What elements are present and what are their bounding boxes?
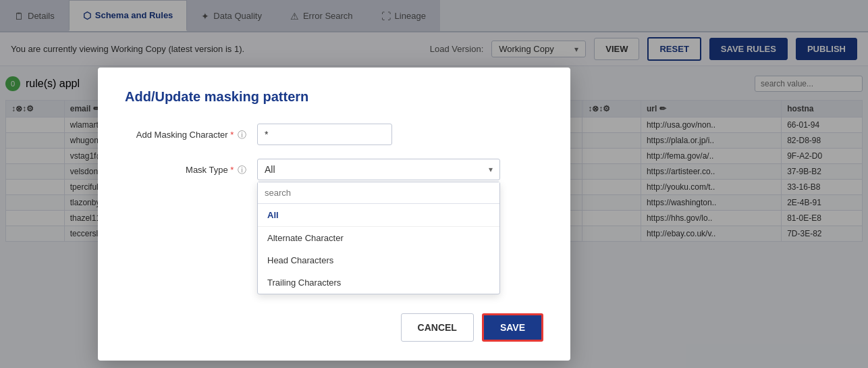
modal-actions: CANCEL SAVE	[125, 313, 543, 342]
masking-char-label: Add Masking Character * ⓘ	[125, 124, 246, 141]
required-star: *	[230, 130, 234, 140]
mask-type-dropdown-container: All ▾ All Alternate Character Head Chara…	[257, 159, 500, 294]
info-icon[interactable]: ⓘ	[238, 130, 246, 140]
modal-dialog: Add/Update masking pattern Add Masking C…	[98, 68, 570, 361]
dropdown-option-head[interactable]: Head Characters	[258, 249, 499, 271]
cancel-button[interactable]: CANCEL	[401, 313, 474, 342]
dropdown-search-input[interactable]	[258, 182, 499, 204]
mask-type-value: All	[265, 164, 275, 175]
info-icon2[interactable]: ⓘ	[238, 165, 246, 175]
masking-char-input[interactable]	[257, 124, 392, 145]
modal-title: Add/Update masking pattern	[125, 89, 543, 105]
dropdown-panel: All Alternate Character Head Characters …	[257, 182, 500, 294]
save-button[interactable]: SAVE	[482, 313, 543, 342]
required-star2: *	[230, 165, 234, 175]
mask-type-chevron-icon: ▾	[489, 165, 493, 174]
modal-overlay: Add/Update masking pattern Add Masking C…	[0, 0, 868, 368]
dropdown-option-trailing[interactable]: Trailing Characters	[258, 271, 499, 294]
mask-type-label: Mask Type * ⓘ	[125, 159, 246, 176]
dropdown-option-alternate[interactable]: Alternate Character	[258, 227, 499, 249]
dropdown-option-all[interactable]: All	[258, 204, 499, 226]
mask-type-select[interactable]: All ▾	[257, 159, 500, 180]
masking-char-row: Add Masking Character * ⓘ	[125, 124, 543, 145]
mask-type-row: Mask Type * ⓘ All ▾ All Alternate Charac…	[125, 159, 543, 294]
